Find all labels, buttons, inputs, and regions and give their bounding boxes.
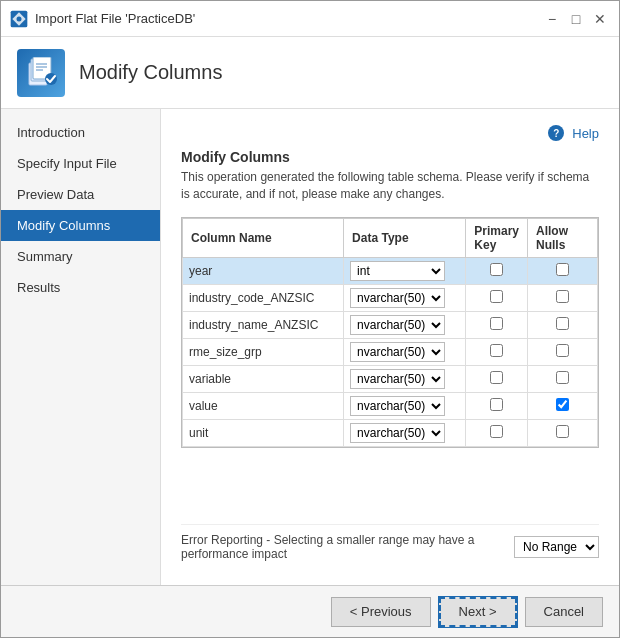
content-area: Introduction Specify Input File Preview … (1, 109, 619, 585)
primary-key-checkbox[interactable] (490, 344, 503, 357)
primary-key-checkbox[interactable] (490, 425, 503, 438)
table-row: rme_size_grpnvarchar(50) (183, 338, 598, 365)
cell-allow-nulls (528, 257, 598, 284)
close-button[interactable]: ✕ (589, 8, 611, 30)
page-header: Modify Columns (1, 37, 619, 109)
col-header-name: Column Name (183, 218, 344, 257)
cell-data-type: nvarchar(50) (344, 311, 466, 338)
header-icon (17, 49, 65, 97)
sidebar-item-specify-input[interactable]: Specify Input File (1, 148, 160, 179)
cell-allow-nulls (528, 338, 598, 365)
cell-primary-key (466, 392, 528, 419)
table-row: industry_name_ANZSICnvarchar(50) (183, 311, 598, 338)
cell-primary-key (466, 419, 528, 446)
cancel-button[interactable]: Cancel (525, 597, 603, 627)
allow-nulls-checkbox[interactable] (556, 290, 569, 303)
next-button[interactable]: Next > (439, 597, 517, 627)
data-type-select[interactable]: nvarchar(50) (350, 423, 445, 443)
col-header-pk: Primary Key (466, 218, 528, 257)
footer: < Previous Next > Cancel (1, 585, 619, 637)
cell-primary-key (466, 311, 528, 338)
data-type-select[interactable]: nvarchar(50) (350, 369, 445, 389)
table-row: yearint (183, 257, 598, 284)
sidebar-item-summary[interactable]: Summary (1, 241, 160, 272)
cell-column-name: value (183, 392, 344, 419)
cell-allow-nulls (528, 284, 598, 311)
table-row: industry_code_ANZSICnvarchar(50) (183, 284, 598, 311)
cell-allow-nulls (528, 419, 598, 446)
allow-nulls-checkbox[interactable] (556, 425, 569, 438)
columns-table: Column Name Data Type Primary Key Allow … (182, 218, 598, 447)
previous-button[interactable]: < Previous (331, 597, 431, 627)
error-reporting-label: Error Reporting - Selecting a smaller ra… (181, 533, 514, 561)
maximize-button[interactable]: □ (565, 8, 587, 30)
cell-primary-key (466, 365, 528, 392)
col-header-type: Data Type (344, 218, 466, 257)
sidebar-item-preview-data[interactable]: Preview Data (1, 179, 160, 210)
sidebar-item-modify-columns[interactable]: Modify Columns (1, 210, 160, 241)
cell-column-name: year (183, 257, 344, 284)
cell-column-name: rme_size_grp (183, 338, 344, 365)
cell-primary-key (466, 257, 528, 284)
cell-allow-nulls (528, 311, 598, 338)
table-row: valuenvarchar(50) (183, 392, 598, 419)
sidebar: Introduction Specify Input File Preview … (1, 109, 161, 585)
cell-data-type: nvarchar(50) (344, 338, 466, 365)
sidebar-item-introduction[interactable]: Introduction (1, 117, 160, 148)
table-header-row: Column Name Data Type Primary Key Allow … (183, 218, 598, 257)
main-content: ? Help Modify Columns This operation gen… (161, 109, 619, 585)
cell-column-name: variable (183, 365, 344, 392)
error-reporting-row: Error Reporting - Selecting a smaller ra… (181, 524, 599, 569)
help-button[interactable]: ? Help (548, 125, 599, 141)
allow-nulls-checkbox[interactable] (556, 344, 569, 357)
title-icon (9, 9, 29, 29)
cell-primary-key (466, 338, 528, 365)
primary-key-checkbox[interactable] (490, 317, 503, 330)
allow-nulls-checkbox[interactable] (556, 371, 569, 384)
data-type-select[interactable]: nvarchar(50) (350, 342, 445, 362)
table-row: unitnvarchar(50) (183, 419, 598, 446)
cell-data-type: int (344, 257, 466, 284)
main-window: Import Flat File 'PracticeDB' − □ ✕ Modi… (0, 0, 620, 638)
primary-key-checkbox[interactable] (490, 263, 503, 276)
help-row: ? Help (181, 125, 599, 141)
cell-column-name: unit (183, 419, 344, 446)
allow-nulls-checkbox[interactable] (556, 317, 569, 330)
minimize-button[interactable]: − (541, 8, 563, 30)
allow-nulls-checkbox[interactable] (556, 263, 569, 276)
title-text: Import Flat File 'PracticeDB' (35, 11, 541, 26)
data-type-select[interactable]: nvarchar(50) (350, 396, 445, 416)
help-icon: ? (548, 125, 564, 141)
page-title: Modify Columns (79, 61, 222, 84)
cell-data-type: nvarchar(50) (344, 419, 466, 446)
data-type-select[interactable]: nvarchar(50) (350, 315, 445, 335)
cell-allow-nulls (528, 365, 598, 392)
section-title: Modify Columns (181, 149, 599, 165)
cell-data-type: nvarchar(50) (344, 365, 466, 392)
cell-data-type: nvarchar(50) (344, 284, 466, 311)
svg-point-1 (17, 16, 22, 21)
title-bar: Import Flat File 'PracticeDB' − □ ✕ (1, 1, 619, 37)
data-type-select[interactable]: int (350, 261, 445, 281)
title-controls: − □ ✕ (541, 8, 611, 30)
data-type-select[interactable]: nvarchar(50) (350, 288, 445, 308)
cell-allow-nulls (528, 392, 598, 419)
primary-key-checkbox[interactable] (490, 290, 503, 303)
allow-nulls-checkbox[interactable] (556, 398, 569, 411)
col-header-null: Allow Nulls (528, 218, 598, 257)
primary-key-checkbox[interactable] (490, 371, 503, 384)
sidebar-item-results[interactable]: Results (1, 272, 160, 303)
cell-column-name: industry_name_ANZSIC (183, 311, 344, 338)
help-label: Help (572, 126, 599, 141)
error-reporting-select[interactable]: No Range Small Medium Large (514, 536, 599, 558)
cell-primary-key (466, 284, 528, 311)
primary-key-checkbox[interactable] (490, 398, 503, 411)
section-desc: This operation generated the following t… (181, 169, 599, 203)
cell-column-name: industry_code_ANZSIC (183, 284, 344, 311)
table-row: variablenvarchar(50) (183, 365, 598, 392)
columns-table-container: Column Name Data Type Primary Key Allow … (181, 217, 599, 448)
cell-data-type: nvarchar(50) (344, 392, 466, 419)
